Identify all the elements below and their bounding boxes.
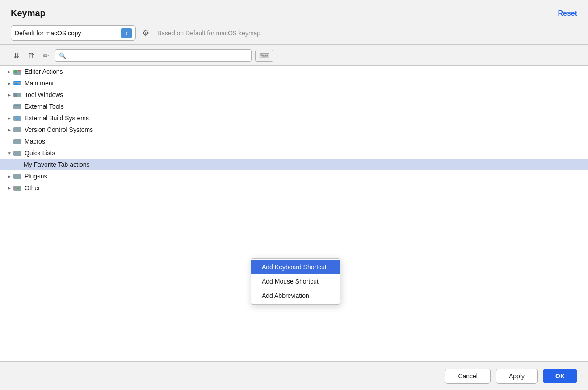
tree-label-macros: Macros	[25, 138, 45, 145]
keymap-select[interactable]: Default for macOS copy ↕	[11, 25, 136, 41]
dialog-header: Keymap Reset	[0, 0, 588, 24]
keymap-dialog: Keymap Reset Default for macOS copy ↕ ⚙ …	[0, 0, 588, 390]
main-menu-icon	[13, 80, 22, 87]
tree-item-external-tools[interactable]: External Tools	[0, 101, 588, 112]
collapse-all-button[interactable]: ⇈	[25, 50, 37, 62]
svg-rect-16	[13, 151, 21, 156]
tree-item-external-build[interactable]: ► External Build Systems	[0, 112, 588, 124]
svg-rect-15	[13, 139, 21, 144]
svg-rect-6	[14, 83, 18, 84]
svg-rect-1	[14, 70, 17, 73]
tree-item-quick-lists[interactable]: ▼ Quick Lists	[0, 147, 588, 159]
keymap-dropdown-arrow[interactable]: ↕	[121, 28, 132, 38]
chevron-icon: ↕	[125, 30, 128, 36]
tree-item-other[interactable]: ► Other	[0, 182, 588, 194]
tree-item-my-favorite[interactable]: My Favorite Tab actions	[0, 159, 588, 170]
tree-item-main-menu[interactable]: ► Main menu	[0, 77, 588, 89]
expand-icon: ►	[6, 173, 13, 180]
tree-item-tool-windows[interactable]: ► Tool Windows	[0, 89, 588, 101]
expand-icon: ►	[6, 114, 13, 122]
search-icon: 🔍	[59, 52, 66, 59]
tree-label-other: Other	[25, 184, 40, 191]
expand-icon: ►	[6, 184, 13, 191]
find-by-shortcut-button[interactable]: ⌨	[255, 50, 273, 62]
tool-windows-icon	[13, 91, 22, 98]
context-menu-label-add-keyboard: Add Keyboard Shortcut	[262, 263, 327, 271]
tree-label-plugins: Plug-ins	[25, 173, 47, 180]
expand-icon: ►	[6, 91, 13, 98]
quick-lists-icon	[13, 149, 22, 157]
svg-rect-2	[18, 70, 21, 71]
tree-item-vcs[interactable]: ► Version Control Systems	[0, 124, 588, 136]
edit-icon: ✏	[43, 52, 49, 59]
vcs-icon	[13, 126, 22, 133]
svg-rect-5	[14, 81, 21, 82]
expand-icon: ►	[6, 126, 13, 133]
tree-label-main-menu: Main menu	[25, 80, 55, 87]
keymap-toolbar: Default for macOS copy ↕ ⚙ Based on Defa…	[0, 24, 588, 44]
tree-label-editor-actions: Editor Actions	[25, 68, 63, 75]
expand-icon-open: ▼	[6, 149, 13, 157]
gear-icon: ⚙	[142, 29, 149, 38]
expand-icon: ►	[6, 68, 13, 75]
keymap-name: Default for macOS copy	[15, 30, 121, 37]
keymap-description: Based on Default for macOS keymap	[157, 30, 260, 37]
svg-rect-11	[14, 105, 21, 106]
tree-item-editor-actions[interactable]: ► Editor Actions	[0, 66, 588, 77]
tree-label-tool-windows: Tool Windows	[25, 91, 63, 98]
expand-icon: ►	[6, 80, 13, 87]
svg-rect-17	[13, 174, 21, 179]
expand-all-icon: ⇊	[13, 52, 19, 59]
tree-label-my-favorite: My Favorite Tab actions	[24, 161, 90, 168]
context-menu-label-add-abbreviation: Add Abbreviation	[262, 292, 309, 299]
plugins-icon	[13, 173, 22, 180]
keymap-settings-button[interactable]: ⚙	[140, 26, 151, 40]
search-input[interactable]	[68, 52, 248, 59]
collapse-all-icon: ⇈	[28, 52, 34, 59]
tree-label-quick-lists: Quick Lists	[25, 149, 55, 157]
keymap-tree[interactable]: ► Editor Actions ► Main menu ► Tool Wind…	[0, 65, 588, 362]
external-tools-icon	[13, 103, 22, 110]
shortcut-search-icon: ⌨	[259, 52, 269, 59]
svg-rect-14	[13, 127, 21, 132]
apply-button[interactable]: Apply	[496, 369, 538, 384]
context-menu: Add Keyboard Shortcut Add Mouse Shortcut…	[251, 258, 340, 305]
context-menu-label-add-mouse: Add Mouse Shortcut	[262, 278, 319, 285]
tree-label-external-tools: External Tools	[25, 103, 64, 110]
tree-item-macros[interactable]: Macros	[0, 136, 588, 147]
svg-rect-9	[14, 93, 17, 97]
external-build-icon	[13, 114, 22, 122]
cancel-button[interactable]: Cancel	[445, 369, 491, 384]
reset-button[interactable]: Reset	[558, 9, 577, 17]
ok-button[interactable]: OK	[543, 369, 577, 383]
svg-point-20	[17, 187, 19, 189]
tree-label-vcs: Version Control Systems	[25, 126, 93, 133]
editor-actions-icon	[13, 68, 22, 75]
tree-item-plugins[interactable]: ► Plug-ins	[0, 170, 588, 182]
svg-point-19	[15, 187, 17, 189]
svg-rect-18	[13, 186, 21, 191]
context-menu-item-add-keyboard[interactable]: Add Keyboard Shortcut	[251, 260, 340, 274]
dialog-title: Keymap	[11, 8, 46, 18]
context-menu-item-add-abbreviation[interactable]: Add Abbreviation	[251, 288, 340, 303]
svg-rect-3	[18, 72, 20, 72]
expand-all-button[interactable]: ⇊	[11, 50, 22, 62]
svg-rect-7	[14, 84, 20, 85]
macros-icon	[13, 138, 22, 145]
search-box: 🔍	[55, 49, 252, 62]
other-icon	[13, 184, 22, 191]
context-menu-item-add-mouse[interactable]: Add Mouse Shortcut	[251, 274, 340, 288]
bottom-bar: Cancel Apply OK	[0, 362, 588, 390]
tree-label-external-build: External Build Systems	[25, 114, 89, 122]
search-toolbar: ⇊ ⇈ ✏ 🔍 ⌨	[0, 45, 588, 65]
edit-button[interactable]: ✏	[40, 50, 51, 62]
